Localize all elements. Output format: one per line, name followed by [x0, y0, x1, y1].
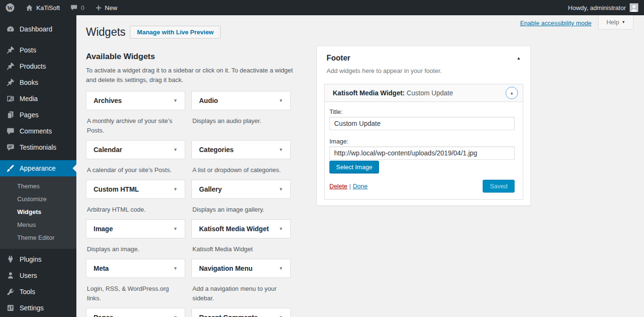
widget-card-description: Arbitrary HTML code. — [87, 205, 184, 215]
sidebar-item-posts[interactable]: Posts — [0, 42, 76, 58]
delete-link[interactable]: Delete — [329, 183, 348, 190]
widget-card-katisoft-media-widget[interactable]: Katisoft Media Widget ▼ — [191, 219, 291, 238]
accessibility-mode-link[interactable]: Enable accessibility mode — [520, 20, 591, 27]
chevron-down-icon[interactable]: ▼ — [173, 187, 178, 192]
widget-card-gallery[interactable]: Gallery ▼ — [191, 180, 291, 199]
help-label: Help — [606, 19, 619, 26]
done-link[interactable]: Done — [353, 183, 368, 190]
wordpress-logo[interactable]: W — [0, 0, 20, 15]
widget-cell: Custom HTML ▼ Arbitrary HTML code. — [86, 180, 185, 219]
submenu-item-themes[interactable]: Themes — [0, 180, 76, 193]
sidebar-item-label: Comments — [20, 127, 52, 135]
chevron-down-icon[interactable]: ▼ — [279, 266, 283, 271]
available-widgets-section: Available Widgets To activate a widget d… — [86, 52, 291, 317]
admin-menu: Dashboard Posts Products Books Media Pag… — [0, 15, 76, 317]
chevron-down-icon[interactable]: ▼ — [279, 147, 283, 152]
widget-card-description: Katisoft Media Widget — [192, 245, 290, 254]
link-separator: | — [348, 183, 353, 190]
menu-separator — [0, 37, 76, 42]
title-field-label: Title: — [329, 108, 515, 115]
pushpin-icon — [6, 78, 15, 87]
chevron-down-icon[interactable]: ▼ — [279, 98, 283, 103]
dashboard-icon — [6, 25, 15, 33]
widget-cell: Categories ▼ A list or dropdown of categ… — [191, 140, 291, 180]
widget-card-title: Custom HTML — [94, 185, 139, 193]
widget-card-description: A calendar of your site’s Posts. — [87, 165, 184, 175]
chevron-down-icon[interactable]: ▼ — [173, 315, 178, 317]
widget-title-input[interactable] — [329, 117, 515, 130]
new-content-menu[interactable]: New — [90, 0, 123, 15]
sidebar-item-dashboard[interactable]: Dashboard — [0, 21, 76, 37]
svg-text:W: W — [7, 5, 13, 11]
pages-icon — [6, 111, 15, 119]
help-button[interactable]: Help ▼ — [598, 15, 633, 30]
sidebar-item-comments[interactable]: Comments — [0, 123, 76, 139]
submenu-item-widgets[interactable]: Widgets — [0, 205, 76, 218]
widget-collapse-button[interactable]: ▲ — [506, 87, 518, 99]
sidebar-item-label: Appearance — [20, 164, 56, 172]
sidebar-item-books[interactable]: Books — [0, 74, 76, 91]
widget-card-navigation-menu[interactable]: Navigation Menu ▼ — [191, 259, 291, 278]
sidebar-item-media[interactable]: Media — [0, 91, 76, 107]
footer-panel-header[interactable]: Footer ▲ — [317, 46, 530, 62]
wordpress-logo-icon: W — [5, 3, 15, 12]
sidebar-item-label: Testimonials — [20, 143, 56, 151]
sidebar-item-tools[interactable]: Tools — [0, 284, 76, 300]
widget-card-description: Login, RSS, & WordPress.org links. — [87, 284, 184, 303]
chevron-down-icon[interactable]: ▼ — [279, 187, 283, 192]
widget-cell: Navigation Menu ▼ Add a navigation menu … — [191, 259, 291, 308]
sidebar-item-settings[interactable]: Settings — [0, 300, 76, 316]
pushpin-icon — [6, 46, 15, 54]
sidebar-item-appearance[interactable]: Appearance — [0, 160, 76, 176]
widget-card-archives[interactable]: Archives ▼ — [86, 91, 185, 110]
widget-card-image[interactable]: Image ▼ — [86, 219, 185, 238]
sidebar-item-plugins[interactable]: Plugins — [0, 251, 76, 267]
chevron-down-icon[interactable]: ▼ — [173, 98, 178, 103]
widget-image-url-input[interactable] — [329, 146, 515, 160]
sidebar-item-testimonials[interactable]: Testimonials — [0, 139, 76, 155]
avatar — [630, 3, 638, 12]
widget-cell: Pages ▼ — [86, 308, 185, 317]
widget-card-pages[interactable]: Pages ▼ — [86, 308, 185, 317]
collapse-arrow-icon[interactable]: ▲ — [517, 56, 521, 61]
footer-panel-description: Add widgets here to appear in your foote… — [317, 67, 530, 74]
footer-panel-title: Footer — [327, 54, 350, 62]
widget-card-audio[interactable]: Audio ▼ — [191, 91, 291, 110]
sidebar-item-products[interactable]: Products — [0, 58, 76, 74]
widget-card-recent-comments[interactable]: Recent Comments ▼ — [191, 308, 291, 317]
widget-card-title: Image — [94, 225, 113, 233]
widget-cell: Image ▼ Displays an image. — [86, 219, 185, 259]
widget-card-meta[interactable]: Meta ▼ — [86, 259, 185, 278]
site-link[interactable]: KaTiSoft — [20, 0, 65, 15]
chevron-down-icon[interactable]: ▼ — [173, 226, 178, 231]
footer-widget-name: Katisoft Media Widget: Custom Update — [333, 89, 453, 97]
widgets-grid: Archives ▼ A monthly archive of your sit… — [86, 91, 291, 317]
widget-card-title: Meta — [94, 265, 109, 272]
select-image-button[interactable]: Select Image — [329, 161, 379, 174]
footer-widget-header[interactable]: Katisoft Media Widget: Custom Update ▲ — [325, 84, 523, 102]
widget-cell: Gallery ▼ Displays an image gallery. — [191, 180, 291, 219]
sidebar-item-label: Pages — [20, 111, 39, 119]
image-field-label: Image: — [329, 138, 515, 145]
chevron-down-icon[interactable]: ▼ — [173, 266, 178, 271]
sidebar-item-pages[interactable]: Pages — [0, 107, 76, 123]
chevron-down-icon[interactable]: ▼ — [279, 226, 283, 231]
submenu-item-theme-editor[interactable]: Theme Editor — [0, 231, 76, 244]
widget-card-description: Add a navigation menu to your sidebar. — [192, 284, 290, 303]
widget-card-categories[interactable]: Categories ▼ — [191, 140, 291, 159]
manage-live-preview-button[interactable]: Manage with Live Preview — [130, 26, 221, 39]
chevron-down-icon: ▼ — [622, 20, 625, 24]
widget-card-custom-html[interactable]: Custom HTML ▼ — [86, 180, 185, 199]
saved-button[interactable]: Saved — [483, 180, 515, 193]
widget-cell: Archives ▼ A monthly archive of your sit… — [86, 91, 185, 140]
sidebar-item-users[interactable]: Users — [0, 267, 76, 284]
submenu-item-menus[interactable]: Menus — [0, 218, 76, 231]
widget-card-calendar[interactable]: Calendar ▼ — [86, 140, 185, 159]
sidebar-item-label: Users — [20, 272, 37, 279]
comments-shortcut[interactable]: 0 — [65, 0, 89, 15]
chevron-down-icon[interactable]: ▼ — [279, 315, 283, 317]
my-account-menu[interactable]: Howdy, administrator — [568, 3, 644, 12]
new-label: New — [105, 4, 117, 11]
submenu-item-customize[interactable]: Customize — [0, 193, 76, 205]
chevron-down-icon[interactable]: ▼ — [173, 147, 178, 152]
